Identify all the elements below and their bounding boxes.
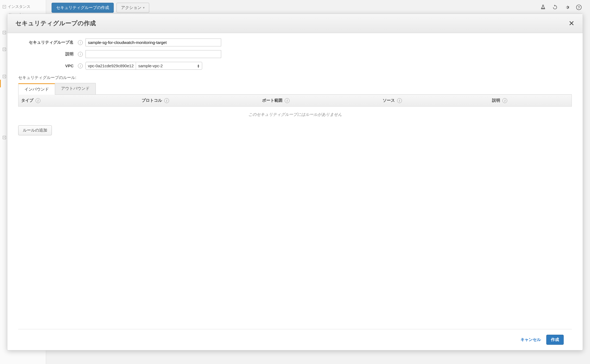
info-icon[interactable]: i: [78, 52, 83, 57]
modal-backdrop: セキュリティグループの作成 ✕ セキュリティグループ名 i 説明 i VPC i…: [7, 14, 380, 234]
add-rule-button[interactable]: ルールの追加: [18, 125, 52, 135]
tab-inbound[interactable]: インバウンド: [18, 83, 55, 95]
vpc-name: sample-vpc-2: [138, 63, 163, 68]
rules-tabs: インバウンド アウトバウンド: [18, 83, 380, 95]
collapse-icon: −: [3, 31, 6, 34]
form-row-desc: 説明 i: [18, 50, 380, 58]
col-type: タイプi: [21, 98, 142, 103]
col-port: ポート範囲i: [262, 98, 380, 103]
action-label: アクション: [121, 5, 141, 10]
collapse-icon: −: [3, 136, 6, 139]
info-icon[interactable]: i: [164, 98, 169, 103]
chevron-down-icon: ▾: [143, 6, 145, 9]
vpc-select[interactable]: vpc-0a21cde929c890e12 sample-vpc-2 ▲▼: [85, 62, 202, 70]
rules-section-label: セキュリティグループのルール:: [18, 75, 380, 80]
info-icon[interactable]: i: [36, 98, 40, 103]
info-icon[interactable]: i: [78, 40, 83, 45]
sidebar-group-label: インスタンス: [8, 4, 30, 9]
info-icon[interactable]: i: [285, 98, 290, 103]
form-row-vpc: VPC i vpc-0a21cde929c890e12 sample-vpc-2…: [18, 62, 380, 70]
collapse-icon: −: [3, 5, 6, 8]
vpc-id: vpc-0a21cde929c890e12: [88, 63, 134, 68]
create-security-group-modal: セキュリティグループの作成 ✕ セキュリティグループ名 i 説明 i VPC i…: [7, 14, 380, 234]
sg-name-label: セキュリティグループ名: [18, 40, 75, 45]
form-row-name: セキュリティグループ名 i: [18, 39, 380, 46]
rules-table-header: タイプi プロトコルi ポート範囲i ソースi 説明i: [18, 95, 380, 107]
select-arrows-icon: ▲▼: [197, 64, 200, 68]
tab-outbound[interactable]: アウトバウンド: [55, 83, 96, 94]
modal-header: セキュリティグループの作成 ✕: [7, 14, 380, 33]
sg-desc-input[interactable]: [85, 50, 221, 58]
modal-title: セキュリティグループの作成: [15, 19, 96, 27]
collapse-icon: −: [3, 48, 6, 51]
col-protocol: プロトコルi: [142, 98, 262, 103]
topbar: セキュリティグループの作成 アクション ▾ ?: [46, 0, 380, 15]
sg-desc-label: 説明: [18, 52, 75, 57]
action-dropdown[interactable]: アクション ▾: [116, 3, 149, 13]
sidebar-group-instances[interactable]: − インスタンス: [0, 3, 46, 11]
collapse-icon: −: [3, 75, 6, 78]
sg-name-input[interactable]: [85, 39, 221, 46]
modal-body: セキュリティグループ名 i 説明 i VPC i vpc-0a21cde929c…: [7, 33, 380, 234]
sg-vpc-label: VPC: [18, 63, 75, 68]
create-security-group-button[interactable]: セキュリティグループの作成: [52, 3, 114, 13]
info-icon[interactable]: i: [78, 63, 83, 68]
rules-empty-message: このセキュリティグループにはルールがありません: [18, 107, 380, 123]
